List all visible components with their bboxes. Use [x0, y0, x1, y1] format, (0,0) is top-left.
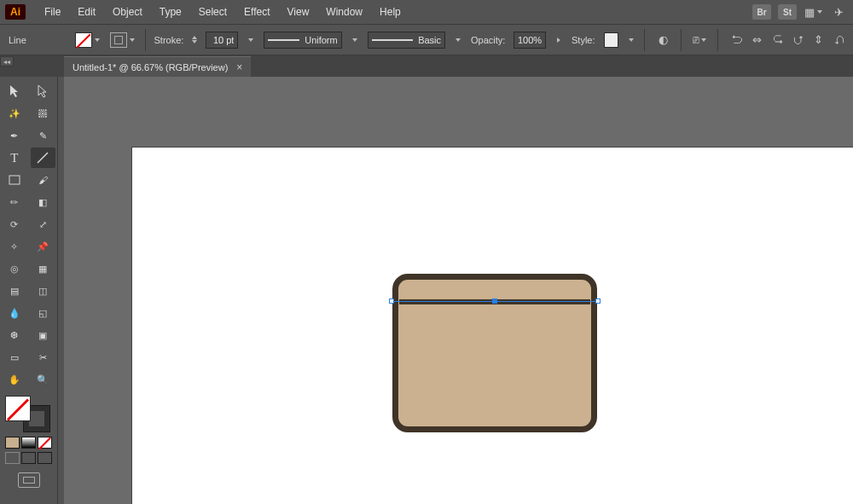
menu-select[interactable]: Select: [190, 0, 235, 24]
zoom-tool[interactable]: 🔍: [31, 369, 56, 390]
paintbrush-tool[interactable]: 🖌: [31, 170, 56, 190]
magic-wand-tool[interactable]: ✨: [2, 103, 27, 124]
brush-icon: 🖌: [38, 175, 48, 185]
direct-selection-tool[interactable]: [31, 81, 56, 101]
recolor-artwork-button[interactable]: ◐: [653, 31, 672, 49]
chevron-down-icon[interactable]: [454, 32, 462, 48]
stock-button[interactable]: St: [778, 4, 797, 20]
rotate-tool[interactable]: ⟳: [2, 214, 27, 235]
variable-width-profile[interactable]: Uniform: [264, 32, 341, 49]
align-hcenter-icon: ⇔: [752, 33, 762, 46]
menu-file[interactable]: File: [36, 0, 69, 24]
arrange-docs-button[interactable]: ▦: [804, 3, 822, 21]
blend-tool[interactable]: ◱: [31, 303, 56, 323]
slice-tool[interactable]: ✂: [31, 347, 56, 368]
column-graph-tool[interactable]: ▣: [31, 325, 56, 345]
separator: [145, 29, 146, 51]
mesh-tool[interactable]: ▤: [2, 281, 27, 301]
grid-icon: ▦: [804, 6, 815, 19]
brush-definition[interactable]: Basic: [368, 32, 445, 49]
screen-mode-button[interactable]: [18, 472, 40, 488]
spray-icon: ❆: [10, 330, 18, 341]
type-tool[interactable]: T: [2, 148, 27, 168]
draw-inside-button[interactable]: [38, 452, 52, 464]
selection-handle-left[interactable]: [389, 298, 394, 304]
svg-line-0: [38, 153, 48, 163]
none-mode-button[interactable]: [38, 437, 52, 449]
shape-builder-tool[interactable]: ◎: [2, 258, 27, 279]
selected-line-segment[interactable]: [386, 298, 603, 304]
rectangle-tool[interactable]: [2, 170, 27, 190]
document-tab[interactable]: Untitled-1* @ 66.67% (RGB/Preview) ×: [64, 56, 251, 77]
panel-collapse-handle[interactable]: ◂◂: [0, 56, 14, 67]
stroke-weight-input[interactable]: [206, 32, 238, 49]
fill-control[interactable]: [75, 32, 102, 48]
stroke-stepper[interactable]: [192, 36, 197, 43]
free-transform-tool[interactable]: 📌: [31, 236, 56, 257]
graphic-style-swatch[interactable]: [604, 32, 619, 48]
draw-normal-button[interactable]: [5, 452, 20, 464]
gradient-mode-button[interactable]: [21, 437, 36, 449]
menu-type[interactable]: Type: [151, 0, 190, 24]
line-icon: [268, 39, 299, 41]
menu-effect[interactable]: Effect: [235, 0, 278, 24]
rounded-rectangle-shape[interactable]: [392, 274, 597, 432]
eyedropper-icon: 💧: [9, 308, 20, 319]
draw-behind-button[interactable]: [21, 452, 36, 464]
chevron-down-icon: [93, 32, 102, 48]
align-right-button[interactable]: ⮎: [768, 31, 786, 49]
selection-handle-center[interactable]: [492, 298, 497, 304]
selection-handle-right[interactable]: [595, 298, 601, 304]
fill-swatch[interactable]: [5, 396, 31, 421]
mesh-icon: ▤: [10, 286, 19, 297]
color-mode-button[interactable]: [5, 437, 20, 449]
eraser-tool[interactable]: ◧: [31, 192, 56, 212]
arrow-icon: [9, 84, 20, 98]
close-tab-button[interactable]: ×: [236, 61, 242, 73]
align-left-button[interactable]: ⮌: [727, 31, 746, 49]
align-top-button[interactable]: ⮍: [788, 31, 807, 49]
menu-window[interactable]: Window: [317, 0, 371, 24]
menu-object[interactable]: Object: [104, 0, 151, 24]
chevron-down-icon[interactable]: [351, 32, 359, 48]
document-workspace[interactable]: [64, 77, 853, 504]
pin-icon: 📌: [37, 241, 49, 252]
stroke-weight-dropdown[interactable]: [247, 32, 255, 48]
zoom-icon: 🔍: [37, 374, 49, 385]
lasso-icon: 𑗊: [38, 108, 48, 119]
align-to-button[interactable]: ⎚: [690, 31, 709, 49]
gradient-tool[interactable]: ◫: [31, 281, 56, 301]
curvature-tool[interactable]: ✎: [31, 125, 56, 146]
scale-tool[interactable]: ⤢: [31, 214, 56, 235]
width-tool[interactable]: ✧: [2, 236, 27, 257]
gpu-preview-button[interactable]: ✈: [829, 3, 848, 21]
menu-view[interactable]: View: [279, 0, 318, 24]
line-icon: [36, 151, 49, 165]
align-bottom-icon: ⮏: [833, 33, 844, 46]
menu-edit[interactable]: Edit: [69, 0, 104, 24]
stroke-align-control[interactable]: [110, 32, 136, 48]
slice-icon: ✂: [39, 352, 47, 363]
fill-stroke-control[interactable]: [5, 396, 49, 432]
perspective-grid-tool[interactable]: ▦: [31, 258, 56, 279]
menu-help[interactable]: Help: [371, 0, 409, 24]
opacity-dropdown[interactable]: [554, 32, 563, 48]
align-hcenter-button[interactable]: ⇔: [747, 31, 766, 49]
profile-label: Uniform: [305, 35, 338, 45]
bridge-button[interactable]: Br: [752, 4, 771, 20]
opacity-input[interactable]: 100%: [514, 32, 546, 49]
chevron-down-icon[interactable]: [627, 32, 635, 48]
selection-tool[interactable]: [2, 81, 27, 101]
align-vcenter-button[interactable]: ⇕: [809, 31, 827, 49]
pen-tool[interactable]: ✒: [2, 125, 27, 146]
hand-tool[interactable]: ✋: [2, 369, 27, 390]
eyedropper-tool[interactable]: 💧: [2, 303, 27, 323]
symbol-sprayer-tool[interactable]: ❆: [2, 325, 27, 345]
shaper-tool[interactable]: ✏: [2, 192, 27, 212]
lasso-tool[interactable]: 𑗊: [31, 103, 56, 124]
artboard[interactable]: [132, 148, 853, 504]
artboard-tool[interactable]: ▭: [2, 347, 27, 368]
line-segment-tool[interactable]: [31, 148, 56, 168]
align-bottom-button[interactable]: ⮏: [829, 31, 848, 49]
align-vcenter-icon: ⇕: [814, 33, 823, 46]
